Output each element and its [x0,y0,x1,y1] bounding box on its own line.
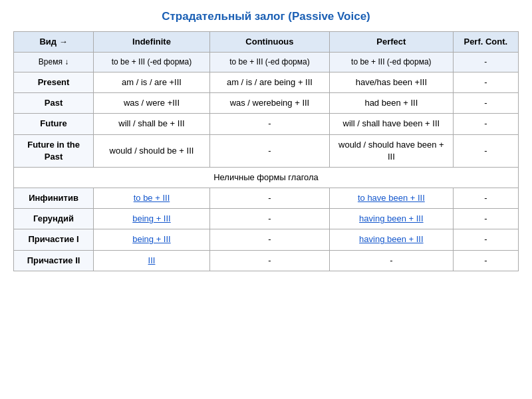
table-row: Герундий being + III - having been + III… [14,209,519,229]
subheader-row: Время ↓ to be + III (-ed форма) to be + … [14,53,519,72]
futurepast-perf: would / should have been + III [330,134,454,167]
prichastie2-perfcont: - [453,250,518,271]
futurepast-perfcont: - [453,134,518,167]
infinitiv-indef-link[interactable]: to be + III [134,193,170,203]
past-perf: had been + III [330,93,454,114]
prichastie1-cont: - [209,229,329,250]
infinitiv-perf-link[interactable]: to have been + III [358,193,425,203]
prichastie1-indef: being + III [94,229,210,250]
future-perfcont: - [453,114,518,134]
gerundiy-perf: having been + III [330,209,454,229]
prichastie2-indef-link[interactable]: III [148,255,156,265]
table-row: Present am / is / are +III am / is / are… [14,72,519,92]
futurepast-indef: would / should be + III [94,134,210,167]
futurepast-cont: - [209,134,329,167]
label-prichastie1: Причастие I [14,229,94,250]
prichastie1-indef-link[interactable]: being + III [132,234,170,244]
past-indef: was / were +III [94,93,210,114]
future-indef: will / shall be + III [94,114,210,134]
gerundiy-perf-link[interactable]: having been + III [359,213,424,223]
table-row: Причастие I being + III - having been + … [14,229,519,250]
present-indef: am / is / are +III [94,72,210,92]
section-row: Неличные формы глагола [14,167,519,188]
infinitiv-indef: to be + III [94,188,210,209]
prichastie2-cont: - [209,250,329,271]
table-row: Инфинитив to be + III - to have been + I… [14,188,519,209]
tense-present: Present [14,72,94,92]
gerundiy-indef: being + III [94,209,210,229]
page-title: Страдательный залог (Passive Voice) [162,10,370,23]
label-prichastie2: Причастие II [14,250,94,271]
past-perfcont: - [453,93,518,114]
subheader-vremya: Время ↓ [14,53,94,72]
header-row: Вид → Indefinite Continuous Perfect Perf… [14,32,519,53]
table-row: Причастие II III - - - [14,250,519,271]
header-continuous: Continuous [209,32,329,53]
present-perfcont: - [453,72,518,92]
label-gerundiy: Герундий [14,209,94,229]
subheader-perf: to be + III (-ed форма) [330,53,454,72]
subheader-cont: to be + III (-ed форма) [209,53,329,72]
tense-past: Past [14,93,94,114]
gerundiy-indef-link[interactable]: being + III [132,213,170,223]
subheader-perfcont: - [453,53,518,72]
infinitiv-cont: - [209,188,329,209]
present-perf: have/has been +III [330,72,454,92]
tense-future: Future [14,114,94,134]
header-perfect: Perfect [330,32,454,53]
present-cont: am / is / are being + III [209,72,329,92]
prichastie2-perf: - [330,250,454,271]
future-perf: will / shall have been + III [330,114,454,134]
table-row: Past was / were +III was / werebeing + I… [14,93,519,114]
nonfinite-section-label: Неличные формы глагола [14,167,519,188]
tense-future-past: Future in the Past [14,134,94,167]
infinitiv-perfcont: - [453,188,518,209]
label-infinitiv: Инфинитив [14,188,94,209]
gerundiy-cont: - [209,209,329,229]
future-cont: - [209,114,329,134]
table-row: Future will / shall be + III - will / sh… [14,114,519,134]
past-cont: was / werebeing + III [209,93,329,114]
prichastie1-perfcont: - [453,229,518,250]
subheader-indef: to be + III (-ed форма) [94,53,210,72]
table-row: Future in the Past would / should be + I… [14,134,519,167]
header-vid: Вид → [14,32,94,53]
gerundiy-perfcont: - [453,209,518,229]
prichastie1-perf-link[interactable]: having been + III [359,234,424,244]
header-indefinite: Indefinite [94,32,210,53]
header-perf-cont: Perf. Cont. [453,32,518,53]
prichastie1-perf: having been + III [330,229,454,250]
prichastie2-indef: III [94,250,210,271]
infinitiv-perf: to have been + III [330,188,454,209]
passive-voice-table: Вид → Indefinite Continuous Perfect Perf… [13,31,519,271]
